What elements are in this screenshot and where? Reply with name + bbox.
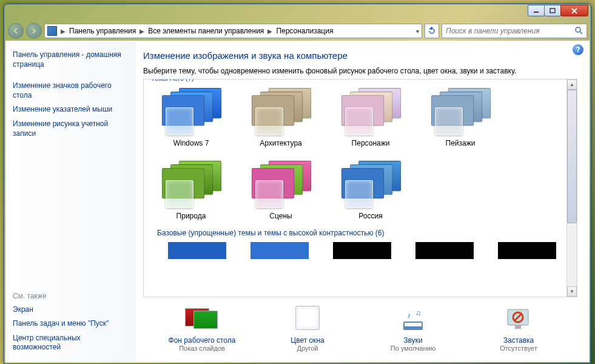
sidebar-link-icons[interactable]: Изменение значков рабочего стола (13, 79, 129, 103)
link-sub: Показ слайдов (179, 345, 225, 352)
desktop-background-link[interactable]: Фон рабочего стола Показ слайдов (156, 306, 247, 352)
refresh-button[interactable] (425, 24, 439, 38)
screensaver-link[interactable]: Заставка Отсутствует (473, 306, 564, 352)
theme-thumbnail (341, 88, 400, 135)
sidebar-link-taskbar[interactable]: Панель задач и меню "Пуск" (13, 317, 129, 331)
svg-text:♪: ♪ (407, 311, 411, 320)
sidebar-link-account-pic[interactable]: Изменение рисунка учетной записи (13, 117, 129, 141)
see-also-label: См. также (13, 292, 129, 303)
link-sub: Отсутствует (500, 345, 537, 352)
basic-theme-item[interactable] (168, 242, 226, 259)
theme-item[interactable]: Пейзажи (425, 88, 496, 147)
chevron-right-icon: ▶ (140, 28, 144, 35)
main-panel: ? Изменение изображения и звука на компь… (136, 41, 590, 362)
theme-item[interactable]: Сцены (246, 161, 316, 220)
address-bar[interactable]: ▶ Панель управления ▶ Все элементы панел… (44, 24, 422, 38)
sidebar-link-display[interactable]: Экран (13, 303, 129, 317)
theme-label: Россия (358, 212, 382, 220)
svg-text:♫: ♫ (415, 309, 421, 317)
basic-theme-item[interactable] (250, 242, 309, 259)
theme-item[interactable]: Россия (335, 161, 406, 220)
chevron-right-icon: ▶ (267, 28, 272, 35)
group-basic-label[interactable]: Базовые (упрощенные) темы и темы с высок… (157, 229, 565, 237)
search-icon[interactable] (574, 26, 583, 36)
themes-scroll-area: Windows 7 Архитектура Персонажи Пейзажи … (144, 79, 577, 297)
chevron-down-icon[interactable]: ▾ (416, 28, 419, 35)
sidebar-link-home[interactable]: Панель управления - домашняя страница (13, 48, 129, 72)
link-sub: По умолчанию (391, 345, 435, 352)
link-title: Звуки (403, 336, 422, 345)
theme-label: Пейзажи (446, 139, 476, 147)
window-frame: ▶ Панель управления ▶ Все элементы панел… (4, 4, 591, 364)
sounds-icon: ♪♫ (396, 306, 430, 332)
bottom-settings: Фон рабочего стола Показ слайдов Цвет ок… (143, 297, 577, 358)
theme-thumbnail (162, 161, 220, 208)
chevron-right-icon: ▶ (61, 28, 66, 35)
theme-item[interactable]: Архитектура (246, 88, 316, 147)
back-button[interactable] (8, 23, 24, 39)
forward-button[interactable] (26, 23, 42, 39)
scroll-thumb[interactable] (567, 90, 577, 223)
nav-toolbar: ▶ Панель управления ▶ Все элементы панел… (4, 21, 591, 41)
theme-label: Природа (176, 212, 206, 220)
minimize-button[interactable] (528, 5, 545, 16)
sidebar-link-ease-of-access[interactable]: Центр специальных возможностей (13, 331, 129, 355)
window-color-link[interactable]: Цвет окна Другой (262, 306, 353, 352)
theme-thumbnail (252, 88, 310, 135)
sounds-link[interactable]: ♪♫ Звуки По умолчанию (368, 306, 459, 352)
basic-theme-row (156, 242, 565, 259)
svg-rect-7 (405, 323, 422, 326)
group-aero-label: Темы Aero (7) (149, 79, 196, 82)
breadcrumb-item[interactable]: Панель управления (69, 27, 136, 35)
close-button[interactable] (560, 5, 588, 16)
theme-thumbnail (162, 88, 220, 135)
vertical-scrollbar[interactable]: ▲ ▼ (566, 79, 577, 297)
help-button[interactable]: ? (573, 44, 583, 55)
link-sub: Другой (297, 345, 318, 352)
sidebar: Панель управления - домашняя страница Из… (5, 41, 136, 362)
page-title: Изменение изображения и звука на компьют… (143, 50, 577, 61)
scroll-down-button[interactable]: ▼ (567, 286, 577, 297)
theme-item[interactable]: Природа (156, 161, 226, 220)
theme-item[interactable]: Windows 7 (156, 88, 226, 147)
themes-groupbox: Темы Aero (7) Windows 7 Архитектура Перс… (143, 79, 577, 297)
breadcrumb-item[interactable]: Все элементы панели управления (148, 27, 264, 35)
basic-theme-item[interactable] (415, 242, 474, 259)
theme-thumbnail (341, 161, 400, 208)
theme-thumbnail (431, 88, 489, 135)
color-chip-icon (291, 306, 324, 332)
link-title: Цвет окна (291, 336, 324, 345)
scroll-up-button[interactable]: ▲ (567, 79, 577, 90)
svg-line-3 (580, 32, 582, 34)
theme-grid: Windows 7 Архитектура Персонажи Пейзажи … (156, 88, 565, 220)
basic-theme-item[interactable] (498, 242, 556, 259)
breadcrumb-item[interactable]: Персонализация (276, 27, 333, 35)
content-area: Панель управления - домашняя страница Из… (5, 41, 590, 362)
link-title: Фон рабочего стола (169, 336, 236, 345)
control-panel-icon (47, 26, 57, 36)
page-subtitle: Выберите тему, чтобы одновременно измени… (143, 67, 577, 75)
basic-theme-item[interactable] (333, 242, 391, 259)
theme-item[interactable]: Персонажи (335, 88, 406, 147)
wallpaper-icon (185, 306, 219, 332)
link-title: Заставка (503, 336, 534, 345)
titlebar (4, 4, 591, 21)
search-input[interactable] (446, 27, 574, 35)
sidebar-link-pointers[interactable]: Изменение указателей мыши (13, 103, 129, 117)
theme-thumbnail (252, 161, 310, 208)
svg-point-2 (576, 27, 580, 32)
svg-rect-1 (550, 8, 555, 13)
maximize-button[interactable] (544, 5, 561, 16)
theme-label: Windows 7 (173, 139, 209, 147)
search-box[interactable] (442, 24, 587, 38)
theme-label: Персонажи (352, 139, 390, 147)
svg-rect-9 (515, 325, 521, 329)
screensaver-icon (502, 306, 536, 332)
theme-label: Сцены (269, 212, 292, 220)
svg-rect-0 (534, 12, 539, 13)
theme-label: Архитектура (260, 139, 302, 147)
